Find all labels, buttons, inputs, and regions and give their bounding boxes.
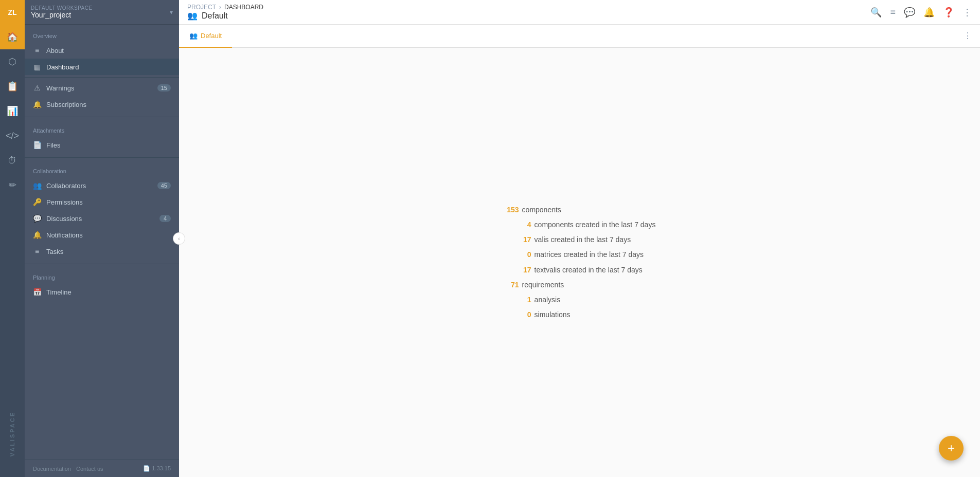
contact-link[interactable]: Contact us: [76, 466, 103, 472]
warnings-icon: ⚠: [33, 84, 41, 92]
collaboration-section-title: Collaboration: [25, 168, 179, 177]
topbar-icons: 🔍 ≡ 💬 🔔 ❓ ⋮: [870, 7, 972, 18]
tab-default[interactable]: 👥 Default: [179, 25, 232, 48]
divider-2: [25, 117, 179, 117]
warnings-label: Warnings: [46, 84, 157, 92]
divider-3: [25, 157, 179, 158]
tab-default-label: Default: [201, 32, 222, 40]
workspace-info: DEFAULT WORKSPACE Your_project: [31, 5, 93, 19]
sidebar-item-about[interactable]: ≡ About: [25, 42, 179, 59]
stat-num-components-created: 4: [516, 218, 531, 231]
stat-num-valis: 17: [516, 233, 531, 246]
collaborators-label: Collaborators: [46, 182, 157, 190]
dashboard-label: Dashboard: [46, 63, 171, 71]
nav-components[interactable]: ⬡: [0, 49, 25, 74]
stat-requirements: 71 requirements: [504, 279, 656, 291]
divider-1: [25, 77, 179, 78]
nav-analytics[interactable]: 📊: [0, 99, 25, 123]
nav-code[interactable]: </>: [0, 123, 25, 148]
subscriptions-label: Subscriptions: [46, 101, 171, 108]
more-icon[interactable]: ⋮: [963, 7, 972, 18]
nav-home[interactable]: 🏠: [0, 25, 25, 49]
chat-icon[interactable]: 💬: [904, 7, 915, 18]
collaborators-icon: 👥: [33, 181, 41, 190]
about-label: About: [46, 47, 171, 54]
timeline-label: Timeline: [46, 288, 171, 296]
content-area: 153 components 4 components created in t…: [179, 48, 980, 477]
timeline-icon: 📅: [33, 288, 41, 296]
stat-num-textvalis: 17: [516, 264, 531, 277]
about-icon: ≡: [33, 46, 41, 54]
avatar[interactable]: ZL: [0, 0, 25, 25]
sidebar-item-notifications[interactable]: 🔔 Notifications: [25, 227, 179, 243]
stat-textvalis: 17 textvalis created in the last 7 days: [504, 264, 656, 277]
stat-label-matrices: matrices created in the last 7 days: [534, 248, 644, 261]
sidebar-item-permissions[interactable]: 🔑 Permissions: [25, 194, 179, 210]
sidebar-item-dashboard[interactable]: ▦ Dashboard: [25, 59, 179, 75]
sidebar-item-files[interactable]: 📄 Files: [25, 137, 179, 153]
nav-edit[interactable]: ✏: [0, 173, 25, 197]
stat-matrices: 0 matrices created in the last 7 days: [504, 248, 656, 261]
stat-num-matrices: 0: [516, 248, 531, 261]
stats-block: 153 components 4 components created in t…: [504, 204, 656, 322]
help-icon[interactable]: ❓: [943, 7, 954, 18]
sidebar-item-tasks[interactable]: ≡ Tasks: [25, 243, 179, 260]
planning-section-title: Planning: [25, 274, 179, 284]
discussions-badge: 4: [159, 215, 171, 222]
sidebar-item-timeline[interactable]: 📅 Timeline: [25, 284, 179, 300]
stat-num-analysis: 1: [516, 293, 531, 306]
stat-label-valis: valis created in the last 7 days: [534, 233, 631, 246]
dashboard-icon: ▦: [33, 63, 41, 71]
discussions-icon: 💬: [33, 214, 41, 223]
breadcrumb-separator: ›: [219, 4, 221, 11]
stat-components-created: 4 components created in the last 7 days: [504, 218, 656, 231]
brand: VALISPACE: [0, 411, 25, 456]
permissions-icon: 🔑: [33, 198, 41, 206]
fab-button[interactable]: +: [939, 436, 964, 461]
attachments-section-title: Attachments: [25, 127, 179, 137]
warnings-badge: 15: [157, 84, 171, 91]
nav-tasks[interactable]: 📋: [0, 74, 25, 99]
divider-4: [25, 264, 179, 264]
search-icon[interactable]: 🔍: [870, 7, 882, 18]
bell-icon[interactable]: 🔔: [923, 7, 935, 18]
overview-section-title: Overview: [25, 33, 179, 42]
stat-label-components-created: components created in the last 7 days: [534, 218, 656, 231]
topbar-left: PROJECT › DASHBOARD 👥 Default: [187, 4, 263, 21]
sidebar: DEFAULT WORKSPACE Your_project ▾ Overvie…: [25, 0, 179, 477]
stat-components: 153 components: [504, 204, 656, 216]
workspace-label: DEFAULT WORKSPACE: [31, 5, 93, 11]
overview-section: Overview ≡ About ▦ Dashboard ⚠ Warnings …: [25, 25, 179, 115]
discussions-label: Discussions: [46, 215, 159, 223]
tasks-label: Tasks: [46, 248, 171, 255]
sidebar-collapse-button[interactable]: ‹: [173, 232, 185, 245]
sidebar-item-discussions[interactable]: 💬 Discussions 4: [25, 210, 179, 227]
sidebar-item-subscriptions[interactable]: 🔔 Subscriptions: [25, 96, 179, 113]
page-title: Default: [202, 11, 228, 21]
tasks-icon: ≡: [33, 247, 41, 255]
collaborators-badge: 45: [157, 182, 171, 189]
notifications-label: Notifications: [46, 231, 171, 239]
tab-default-icon: 👥: [189, 32, 198, 40]
sidebar-item-collaborators[interactable]: 👥 Collaborators 45: [25, 177, 179, 194]
workspace-dropdown-icon[interactable]: ▾: [170, 9, 173, 16]
documentation-link[interactable]: Documentation: [33, 466, 71, 472]
attachments-section: Attachments 📄 Files: [25, 119, 179, 155]
workspace-name: Your_project: [31, 11, 93, 19]
icon-rail: ZL 🏠 ⬡ 📋 📊 </> ⏱ ✏ VALISPACE: [0, 0, 25, 477]
stat-label-components: components: [522, 204, 561, 216]
nav-clock[interactable]: ⏱: [0, 148, 25, 173]
notifications-icon: 🔔: [33, 231, 41, 239]
main-content: PROJECT › DASHBOARD 👥 Default 🔍 ≡ 💬 🔔 ❓ …: [179, 0, 980, 477]
planning-section: Planning 📅 Timeline: [25, 266, 179, 302]
files-icon: 📄: [33, 141, 41, 149]
breadcrumb: PROJECT › DASHBOARD: [187, 4, 263, 11]
stat-num-simulations: 0: [516, 308, 531, 321]
sidebar-item-warnings[interactable]: ⚠ Warnings 15: [25, 80, 179, 96]
tab-more-button[interactable]: ⋮: [955, 25, 980, 47]
workspace-header[interactable]: DEFAULT WORKSPACE Your_project ▾: [25, 0, 179, 25]
breadcrumb-current: DASHBOARD: [224, 4, 263, 11]
stat-label-simulations: simulations: [534, 308, 571, 321]
list-icon[interactable]: ≡: [890, 7, 896, 17]
stat-label-analysis: analysis: [534, 293, 561, 306]
